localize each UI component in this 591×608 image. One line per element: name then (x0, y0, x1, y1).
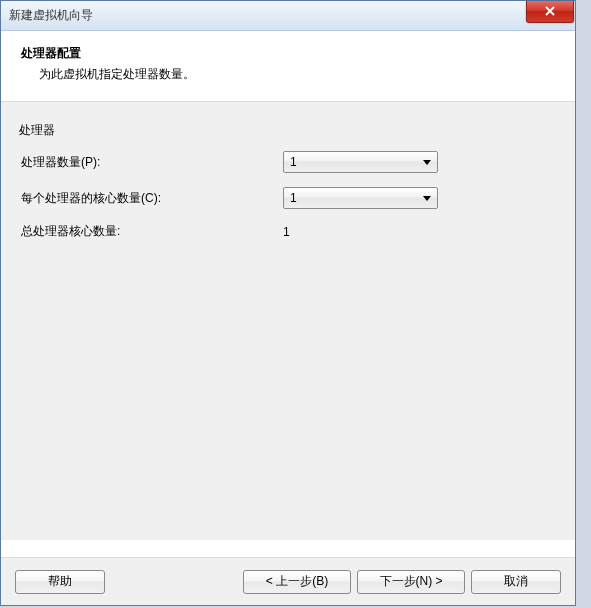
group-label-processors: 处理器 (19, 122, 557, 139)
dropdown-value: 1 (290, 191, 297, 205)
titlebar: 新建虚拟机向导 (1, 1, 575, 31)
help-button[interactable]: 帮助 (15, 570, 105, 594)
close-button[interactable] (526, 1, 574, 23)
content-area: 处理器 处理器数量(P): 1 每个处理器的核心数量(C): 1 总处理器核心数… (1, 102, 575, 540)
window-title: 新建虚拟机向导 (9, 7, 93, 24)
label-cores-per-processor: 每个处理器的核心数量(C): (21, 190, 283, 207)
chevron-down-icon (423, 196, 431, 201)
chevron-down-icon (423, 160, 431, 165)
back-button[interactable]: < 上一步(B) (243, 570, 351, 594)
wizard-window: 新建虚拟机向导 处理器配置 为此虚拟机指定处理器数量。 处理器 处理器数量(P)… (0, 0, 576, 606)
next-button[interactable]: 下一步(N) > (357, 570, 465, 594)
row-processor-count: 处理器数量(P): 1 (19, 151, 557, 173)
footer: 帮助 < 上一步(B) 下一步(N) > 取消 (1, 557, 575, 605)
dropdown-value: 1 (290, 155, 297, 169)
row-cores-per-processor: 每个处理器的核心数量(C): 1 (19, 187, 557, 209)
cancel-button[interactable]: 取消 (471, 570, 561, 594)
value-total-cores: 1 (283, 225, 290, 239)
dropdown-processor-count[interactable]: 1 (283, 151, 438, 173)
label-processor-count: 处理器数量(P): (21, 154, 283, 171)
header-panel: 处理器配置 为此虚拟机指定处理器数量。 (1, 31, 575, 102)
label-total-cores: 总处理器核心数量: (21, 223, 283, 240)
close-icon (544, 5, 556, 17)
header-title: 处理器配置 (21, 45, 555, 62)
row-total-cores: 总处理器核心数量: 1 (19, 223, 557, 240)
dropdown-cores-per-processor[interactable]: 1 (283, 187, 438, 209)
header-subtitle: 为此虚拟机指定处理器数量。 (21, 66, 555, 83)
